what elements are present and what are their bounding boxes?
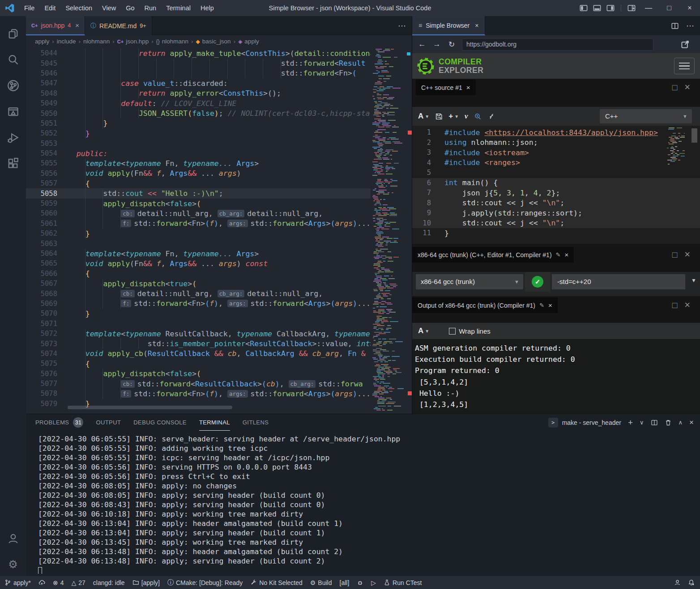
close-tab-icon[interactable]: × — [475, 22, 478, 29]
breadcrumb-item[interactable]: C+json.hpp — [117, 38, 149, 45]
close-pane-icon[interactable]: × — [466, 84, 470, 91]
close-tab-icon[interactable]: × — [75, 21, 79, 29]
status-item-no-kit-selected[interactable]: No Kit Selected — [250, 579, 303, 586]
open-external-icon[interactable] — [680, 39, 690, 49]
toggle-primary-sidebar-icon[interactable] — [580, 4, 588, 12]
godbolt-line-8[interactable]: 8 std::cout << j << "\n"; — [412, 198, 700, 208]
godbolt-line-10[interactable]: 10 std::cout << j << "\n"; — [412, 218, 700, 229]
menu-view[interactable]: View — [97, 0, 121, 16]
zoom-search-icon[interactable] — [474, 113, 482, 120]
terminal-dropdown-icon[interactable]: ∨ — [640, 419, 644, 426]
quick-bench-icon[interactable] — [487, 113, 495, 120]
panel-tab-gitlens[interactable]: GITLENS — [243, 414, 269, 431]
font-size-icon[interactable]: A▼ — [418, 112, 429, 121]
breadcrumb-item[interactable]: nlohmann — [83, 38, 110, 45]
code-line-5044[interactable]: 5044return apply_make_tuple<ConstThis>(d… — [26, 48, 371, 58]
tab-simple-browser[interactable]: ≡ Simple Browser × — [412, 16, 485, 35]
status-item-run-ctest[interactable]: Run CTest — [384, 579, 422, 586]
explorer-icon[interactable] — [0, 23, 26, 44]
godbolt-line-11[interactable]: 11} — [412, 228, 700, 238]
run-debug-icon[interactable] — [0, 127, 26, 148]
code-line-5068[interactable]: 5068cb:detail::null_arg, cb_arg:detail::… — [26, 288, 371, 298]
menu-run[interactable]: Run — [140, 0, 162, 16]
code-line-5045[interactable]: 5045std::forward<Result — [26, 58, 371, 68]
new-terminal-icon[interactable]: + — [628, 418, 633, 428]
code-line-5073[interactable]: 5073std::is_member_pointer<ResultCallbac… — [26, 339, 371, 348]
status-item-bug[interactable] — [357, 579, 363, 586]
back-icon[interactable]: ← — [417, 40, 427, 49]
maximize-button[interactable]: □ — [659, 0, 679, 16]
status-item-build[interactable]: ⚙Build — [310, 579, 332, 586]
editor-more-actions-icon[interactable]: ⋯ — [398, 16, 406, 35]
output-pane-tab[interactable]: Output of x86-64 gcc (trunk) (Compiler #… — [412, 297, 558, 313]
terminal[interactable]: [2022-04-30 06:05:55] INFO: serve_header… — [38, 434, 698, 574]
code-line-5054[interactable]: 5054public: — [26, 148, 371, 158]
code-line-5055[interactable]: 5055template<typename Fn, typename... Ar… — [26, 158, 371, 168]
panel-tab-debug-console[interactable]: DEBUG CONSOLE — [133, 414, 187, 431]
language-select[interactable]: C++ ▼ — [600, 109, 692, 123]
tab-json-hpp[interactable]: C+ json.hpp 4 × — [26, 16, 85, 35]
code-line-5051[interactable]: 5051} — [26, 119, 371, 128]
status-item-apply[interactable]: [apply] — [132, 579, 160, 586]
breadcrumb-item[interactable]: include — [57, 38, 76, 45]
status-item-cmake-debug-ready[interactable]: ⓘCMake: [Debug]: Ready — [167, 579, 243, 587]
code-line-5067[interactable]: 5067apply_dispatch<true>( — [26, 279, 371, 288]
extensions-icon[interactable] — [0, 153, 26, 174]
code-line-5046[interactable]: 5046std::forward<Fn>( — [26, 68, 371, 78]
search-icon[interactable] — [0, 49, 26, 70]
godbolt-line-7[interactable]: 7 json j{5, 3, 1, 4, 2}; — [412, 188, 700, 198]
add-pane-icon[interactable]: +▼ — [448, 112, 459, 121]
settings-gear-icon[interactable]: ⚙ — [0, 554, 26, 575]
status-item-cloud[interactable] — [38, 579, 45, 586]
forward-icon[interactable]: → — [432, 40, 442, 49]
maximize-pane-icon[interactable]: □ — [672, 301, 677, 311]
close-panel-icon[interactable]: × — [689, 418, 694, 427]
godbolt-minimap[interactable] — [665, 127, 685, 166]
close-pane-icon[interactable]: × — [548, 301, 552, 309]
toggle-panel-icon[interactable] — [593, 4, 601, 12]
status-item-4[interactable]: ⊗4 — [53, 579, 64, 586]
chevron-down-icon[interactable]: ▼ — [691, 277, 696, 284]
terminal-title[interactable]: make - serve_header — [562, 419, 621, 426]
code-line-5058[interactable]: 5058std::cout << "Hello :-)\n"; — [26, 188, 371, 198]
status-item-clangd-idle[interactable]: clangd: idle — [93, 579, 125, 586]
godbolt-line-5[interactable]: 5 — [412, 168, 700, 178]
code-line-5075[interactable]: 5075{ — [26, 359, 371, 369]
compiler-options-input[interactable]: -std=c++20 — [552, 274, 685, 289]
godbolt-line-1[interactable]: 1#include <https://localhost:8443/apply/… — [412, 127, 700, 138]
maximize-pane-icon[interactable]: □ — [672, 250, 677, 260]
code-line-5069[interactable]: 5069f:std::forward<Fn>(f), args:std::for… — [26, 299, 371, 309]
code-line-5070[interactable]: 5070} — [26, 309, 371, 318]
split-editor-icon[interactable] — [671, 22, 679, 30]
save-icon[interactable] — [435, 113, 443, 120]
menu-selection[interactable]: Selection — [60, 0, 97, 16]
code-line-5059[interactable]: 5059apply_dispatch<false>( — [26, 199, 371, 208]
tab-readme-md[interactable]: ⓘ README.md 9+ — [85, 16, 152, 35]
rename-pane-icon[interactable]: ✎ — [556, 251, 561, 258]
code-line-5065[interactable]: 5065void apply(Fn&& f, Args&& ... args) … — [26, 258, 371, 268]
code-line-5077[interactable]: 5077cb:std::forward<ResultCallback>(cb),… — [26, 379, 371, 389]
accounts-icon[interactable] — [0, 528, 26, 549]
wrap-lines-checkbox[interactable] — [449, 328, 456, 335]
split-terminal-icon[interactable] — [651, 419, 658, 426]
code-line-5053[interactable]: 5053 — [26, 139, 371, 148]
minimize-button[interactable]: — — [638, 0, 659, 16]
compiler-select[interactable]: x86-64 gcc (trunk) ▼ — [416, 274, 523, 289]
code-line-5056[interactable]: 5056void apply(Fn&& f, Args&& ... args) — [26, 169, 371, 178]
close-pane-icon[interactable]: × — [684, 249, 690, 260]
godbolt-line-3[interactable]: 3#include <iostream> — [412, 148, 700, 158]
vim-mode-icon[interactable]: v — [465, 112, 468, 121]
breadcrumb-item[interactable]: ◈apply — [238, 38, 259, 45]
code-line-5071[interactable]: 5071 — [26, 319, 371, 329]
menu-go[interactable]: Go — [121, 0, 139, 16]
source-pane-tab[interactable]: C++ source #1 × — [416, 80, 476, 95]
minimap[interactable] — [371, 47, 406, 414]
panel-tab-output[interactable]: OUTPUT — [96, 414, 121, 431]
code-line-5052[interactable]: 5052} — [26, 128, 371, 138]
godbolt-line-6[interactable]: 6int main() { — [412, 178, 700, 188]
customize-layout-icon[interactable] — [627, 4, 636, 12]
close-pane-icon[interactable]: × — [564, 251, 568, 258]
code-line-5049[interactable]: 5049default: // LCOV_EXCL_LINE — [26, 98, 371, 108]
status-item-bell[interactable] — [688, 579, 695, 586]
godbolt-line-9[interactable]: 9 j.apply(std::ranges::sort); — [412, 208, 700, 218]
